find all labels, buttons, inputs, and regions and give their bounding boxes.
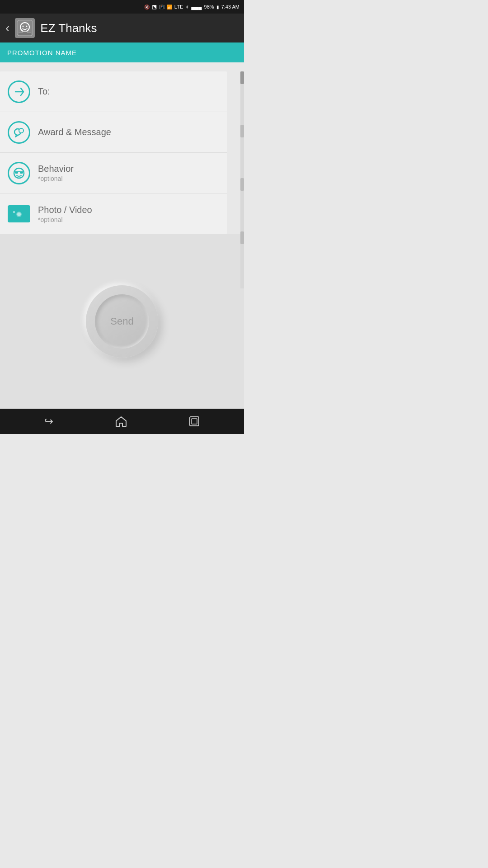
scrollbar-thumb-3: [240, 178, 244, 191]
photo-icon-wrap: [7, 202, 31, 226]
award-label: Award & Message: [38, 127, 111, 137]
scrollbar-track: [240, 71, 244, 288]
svg-point-15: [13, 211, 15, 213]
battery-label: 98%: [204, 4, 214, 9]
to-content: To:: [38, 86, 50, 97]
lte-label: LTE: [174, 4, 183, 9]
wifi-icon: 📶: [167, 5, 172, 9]
app-icon-svg: [17, 20, 33, 36]
svg-rect-9: [15, 171, 18, 174]
promotion-bar: PROMOTION NAME: [0, 42, 244, 62]
send-label: Send: [110, 316, 133, 327]
top-spacer: [0, 62, 244, 71]
svg-point-6: [19, 128, 23, 133]
status-icons: 🔇 ⬔ 📳 📶 LTE ✳ ▄▄▄ 98% ▮ 7:43 AM: [144, 4, 239, 10]
list-wrapper: To: Award: [0, 71, 244, 234]
home-icon-svg: [115, 416, 127, 427]
chat-circle-icon: [8, 121, 30, 144]
award-icon-wrap: [7, 121, 31, 144]
list-item-photo-video[interactable]: Photo / Video *optional: [0, 193, 227, 234]
behavior-content: Behavior *optional: [38, 164, 74, 182]
scrollbar-thumb-2: [240, 125, 244, 137]
svg-point-3: [26, 26, 28, 27]
behavior-label: Behavior: [38, 164, 74, 174]
camera-svg: [12, 208, 26, 220]
svg-rect-16: [190, 417, 199, 426]
chat-icon-svg: [13, 126, 25, 139]
share-circle-icon: [8, 80, 30, 103]
award-content: Award & Message: [38, 127, 111, 137]
back-button[interactable]: ‹: [5, 21, 9, 35]
bottom-nav-bar: ↩: [0, 409, 244, 434]
photo-label: Photo / Video: [38, 205, 92, 215]
promotion-name-label: PROMOTION NAME: [7, 49, 77, 57]
mute-icon: 🔇: [144, 5, 150, 9]
send-button-inner: Send: [95, 294, 149, 349]
time-label: 7:43 AM: [221, 4, 239, 9]
svg-point-13: [17, 212, 21, 216]
to-icon-wrap: [7, 80, 31, 104]
battery-icon: ▮: [216, 5, 219, 9]
photo-sublabel: *optional: [38, 216, 92, 223]
svg-point-2: [23, 26, 24, 27]
camera-icon: [8, 205, 30, 222]
status-bar: 🔇 ⬔ 📳 📶 LTE ✳ ▄▄▄ 98% ▮ 7:43 AM: [0, 0, 244, 14]
sync-icon: ✳: [185, 5, 189, 9]
app-wrapper: 🔇 ⬔ 📳 📶 LTE ✳ ▄▄▄ 98% ▮ 7:43 AM ‹: [0, 0, 244, 434]
recent-icon-svg: [189, 416, 200, 427]
photo-content: Photo / Video *optional: [38, 205, 92, 223]
behavior-sublabel: *optional: [38, 175, 74, 182]
list-item-award-message[interactable]: Award & Message: [0, 112, 227, 153]
to-label: To:: [38, 86, 50, 97]
share-icon-svg: [13, 85, 25, 98]
nav-home-button[interactable]: [115, 416, 127, 427]
svg-rect-10: [20, 171, 23, 174]
app-title: EZ Thanks: [40, 21, 97, 35]
svg-rect-17: [192, 419, 197, 424]
vibrate-icon: 📳: [159, 5, 164, 9]
send-button[interactable]: Send: [86, 285, 158, 358]
svg-rect-14: [17, 208, 21, 211]
list-item-to[interactable]: To:: [0, 71, 227, 112]
list-item-behavior[interactable]: Behavior *optional: [0, 153, 227, 193]
app-icon: [15, 18, 35, 38]
scrollbar-thumb-1: [240, 71, 244, 84]
send-area: Send: [0, 234, 244, 409]
svg-rect-4: [19, 32, 31, 35]
behavior-icon-wrap: [7, 161, 31, 185]
nav-recent-button[interactable]: [189, 416, 200, 427]
list-container: To: Award: [0, 71, 227, 234]
scrollbar-thumb-4: [240, 231, 244, 244]
signal-icon: ▄▄▄: [191, 4, 202, 9]
smiley-circle-icon: [8, 162, 30, 184]
header: ‹ EZ Thanks: [0, 14, 244, 42]
bluetooth-icon: ⬔: [152, 4, 157, 10]
smiley-icon-svg: [13, 167, 25, 179]
nav-back-button[interactable]: ↩: [44, 415, 53, 428]
content-area: To: Award: [0, 62, 244, 409]
